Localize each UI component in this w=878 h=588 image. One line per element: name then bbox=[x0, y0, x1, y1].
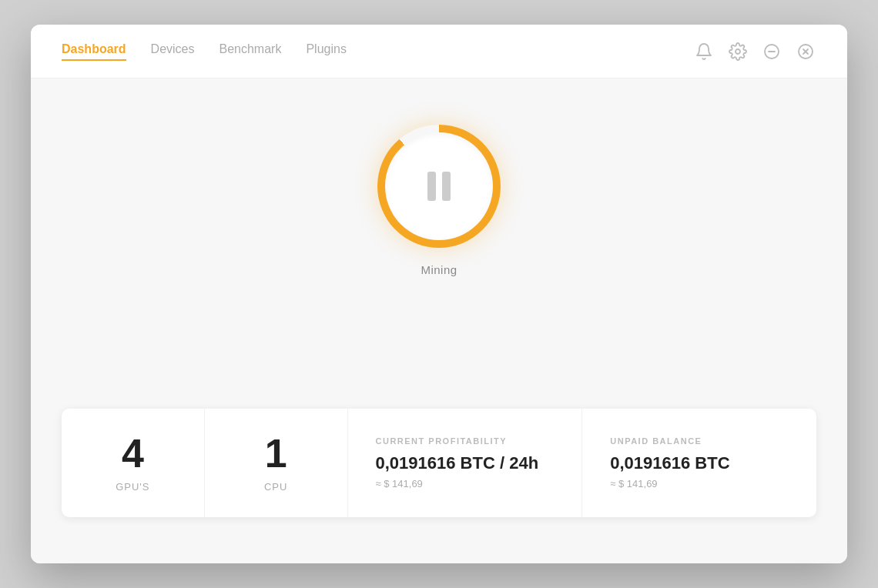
balance-value: 0,0191616 BTC bbox=[610, 453, 789, 473]
stat-balance: UNPAID BALANCE 0,0191616 BTC ≈ $ 141,69 bbox=[582, 409, 816, 517]
balance-sub: ≈ $ 141,69 bbox=[610, 478, 789, 489]
stats-row: 4 GPU'S 1 CPU CURRENT PROFITABILITY 0,01… bbox=[62, 409, 816, 517]
profitability-sub: ≈ $ 141,69 bbox=[376, 478, 555, 489]
nav-item-devices[interactable]: Devices bbox=[151, 42, 195, 61]
nav-item-dashboard[interactable]: Dashboard bbox=[62, 42, 126, 61]
minimize-icon[interactable] bbox=[761, 41, 782, 62]
stat-gpus: 4 GPU'S bbox=[62, 409, 205, 517]
mining-section: Mining bbox=[377, 125, 501, 276]
header: Dashboard Devices Benchmark Plugins bbox=[31, 25, 847, 79]
balance-label: UNPAID BALANCE bbox=[610, 436, 789, 446]
close-icon[interactable] bbox=[795, 41, 816, 62]
bottom-bar bbox=[31, 540, 847, 563]
nav-item-benchmark[interactable]: Benchmark bbox=[219, 42, 281, 61]
main-content: Mining 4 GPU'S 1 CPU CURRENT PROFITABILI… bbox=[31, 79, 847, 540]
main-nav: Dashboard Devices Benchmark Plugins bbox=[62, 42, 347, 61]
settings-icon[interactable] bbox=[727, 41, 749, 62]
pause-icon bbox=[427, 172, 451, 201]
pause-bar-left bbox=[427, 172, 436, 201]
cpu-count-value: 1 bbox=[265, 433, 287, 473]
notification-icon[interactable] bbox=[693, 41, 715, 62]
svg-point-0 bbox=[736, 49, 740, 54]
profitability-value: 0,0191616 BTC / 24h bbox=[376, 453, 555, 473]
mining-button[interactable] bbox=[377, 125, 501, 248]
profitability-label: CURRENT PROFITABILITY bbox=[376, 436, 555, 446]
mining-status-label: Mining bbox=[421, 263, 457, 276]
app-window: Dashboard Devices Benchmark Plugins bbox=[31, 25, 847, 563]
nav-item-plugins[interactable]: Plugins bbox=[306, 42, 346, 61]
header-icons bbox=[693, 41, 816, 62]
stat-profitability: CURRENT PROFITABILITY 0,0191616 BTC / 24… bbox=[348, 409, 583, 517]
gpu-count-value: 4 bbox=[122, 433, 144, 473]
stat-cpu: 1 CPU bbox=[205, 409, 348, 517]
gpu-count-label: GPU'S bbox=[116, 481, 149, 493]
cpu-count-label: CPU bbox=[264, 481, 287, 493]
pause-bar-right bbox=[442, 172, 451, 201]
